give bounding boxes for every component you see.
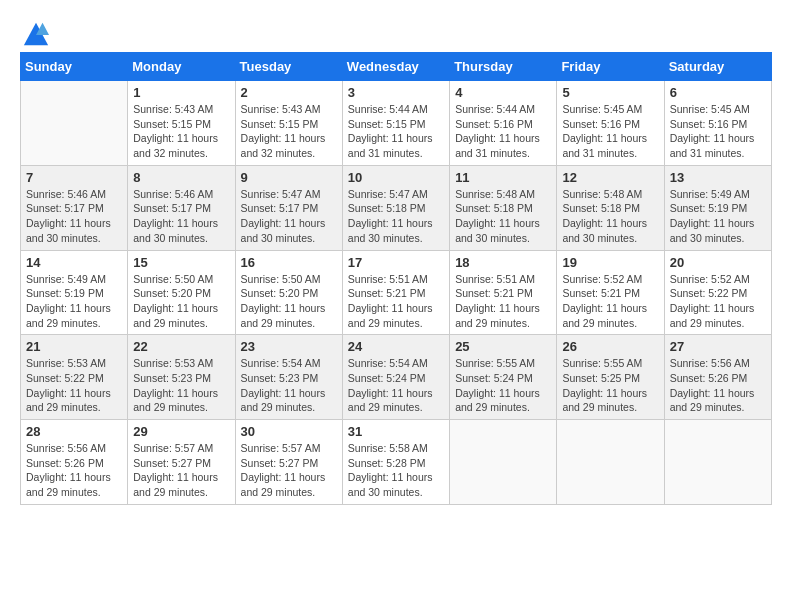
day-number: 25 [455, 339, 551, 354]
day-info: Sunrise: 5:57 AMSunset: 5:27 PMDaylight:… [241, 441, 337, 500]
calendar-cell [664, 420, 771, 505]
calendar-header-row: SundayMondayTuesdayWednesdayThursdayFrid… [21, 53, 772, 81]
day-info: Sunrise: 5:55 AMSunset: 5:24 PMDaylight:… [455, 356, 551, 415]
calendar-cell [557, 420, 664, 505]
day-info: Sunrise: 5:52 AMSunset: 5:21 PMDaylight:… [562, 272, 658, 331]
day-number: 21 [26, 339, 122, 354]
calendar-cell: 24Sunrise: 5:54 AMSunset: 5:24 PMDayligh… [342, 335, 449, 420]
day-info: Sunrise: 5:46 AMSunset: 5:17 PMDaylight:… [26, 187, 122, 246]
calendar-cell: 3Sunrise: 5:44 AMSunset: 5:15 PMDaylight… [342, 81, 449, 166]
day-info: Sunrise: 5:51 AMSunset: 5:21 PMDaylight:… [348, 272, 444, 331]
day-number: 22 [133, 339, 229, 354]
weekday-header: Thursday [450, 53, 557, 81]
calendar-week-row: 14Sunrise: 5:49 AMSunset: 5:19 PMDayligh… [21, 250, 772, 335]
day-number: 12 [562, 170, 658, 185]
calendar-cell: 6Sunrise: 5:45 AMSunset: 5:16 PMDaylight… [664, 81, 771, 166]
day-number: 27 [670, 339, 766, 354]
calendar-table: SundayMondayTuesdayWednesdayThursdayFrid… [20, 52, 772, 505]
calendar-cell: 28Sunrise: 5:56 AMSunset: 5:26 PMDayligh… [21, 420, 128, 505]
day-info: Sunrise: 5:45 AMSunset: 5:16 PMDaylight:… [562, 102, 658, 161]
calendar-cell: 8Sunrise: 5:46 AMSunset: 5:17 PMDaylight… [128, 165, 235, 250]
calendar-week-row: 28Sunrise: 5:56 AMSunset: 5:26 PMDayligh… [21, 420, 772, 505]
logo-icon [22, 20, 50, 48]
calendar-cell: 1Sunrise: 5:43 AMSunset: 5:15 PMDaylight… [128, 81, 235, 166]
day-info: Sunrise: 5:57 AMSunset: 5:27 PMDaylight:… [133, 441, 229, 500]
calendar-cell: 19Sunrise: 5:52 AMSunset: 5:21 PMDayligh… [557, 250, 664, 335]
day-info: Sunrise: 5:50 AMSunset: 5:20 PMDaylight:… [241, 272, 337, 331]
day-number: 1 [133, 85, 229, 100]
calendar-cell: 27Sunrise: 5:56 AMSunset: 5:26 PMDayligh… [664, 335, 771, 420]
day-number: 18 [455, 255, 551, 270]
calendar-cell: 30Sunrise: 5:57 AMSunset: 5:27 PMDayligh… [235, 420, 342, 505]
calendar-cell: 13Sunrise: 5:49 AMSunset: 5:19 PMDayligh… [664, 165, 771, 250]
weekday-header: Saturday [664, 53, 771, 81]
weekday-header: Tuesday [235, 53, 342, 81]
calendar-cell: 17Sunrise: 5:51 AMSunset: 5:21 PMDayligh… [342, 250, 449, 335]
calendar-cell: 29Sunrise: 5:57 AMSunset: 5:27 PMDayligh… [128, 420, 235, 505]
day-info: Sunrise: 5:44 AMSunset: 5:16 PMDaylight:… [455, 102, 551, 161]
calendar-cell: 18Sunrise: 5:51 AMSunset: 5:21 PMDayligh… [450, 250, 557, 335]
day-number: 5 [562, 85, 658, 100]
calendar-cell: 26Sunrise: 5:55 AMSunset: 5:25 PMDayligh… [557, 335, 664, 420]
day-number: 9 [241, 170, 337, 185]
calendar-cell: 9Sunrise: 5:47 AMSunset: 5:17 PMDaylight… [235, 165, 342, 250]
day-info: Sunrise: 5:56 AMSunset: 5:26 PMDaylight:… [670, 356, 766, 415]
day-info: Sunrise: 5:43 AMSunset: 5:15 PMDaylight:… [133, 102, 229, 161]
day-number: 14 [26, 255, 122, 270]
calendar-cell [21, 81, 128, 166]
weekday-header: Monday [128, 53, 235, 81]
day-info: Sunrise: 5:56 AMSunset: 5:26 PMDaylight:… [26, 441, 122, 500]
day-info: Sunrise: 5:52 AMSunset: 5:22 PMDaylight:… [670, 272, 766, 331]
day-number: 31 [348, 424, 444, 439]
calendar-cell: 25Sunrise: 5:55 AMSunset: 5:24 PMDayligh… [450, 335, 557, 420]
day-info: Sunrise: 5:45 AMSunset: 5:16 PMDaylight:… [670, 102, 766, 161]
day-number: 30 [241, 424, 337, 439]
day-number: 7 [26, 170, 122, 185]
day-info: Sunrise: 5:51 AMSunset: 5:21 PMDaylight:… [455, 272, 551, 331]
logo [20, 20, 50, 42]
day-number: 3 [348, 85, 444, 100]
day-info: Sunrise: 5:47 AMSunset: 5:17 PMDaylight:… [241, 187, 337, 246]
day-info: Sunrise: 5:49 AMSunset: 5:19 PMDaylight:… [670, 187, 766, 246]
day-number: 19 [562, 255, 658, 270]
day-number: 2 [241, 85, 337, 100]
calendar-cell: 31Sunrise: 5:58 AMSunset: 5:28 PMDayligh… [342, 420, 449, 505]
day-info: Sunrise: 5:58 AMSunset: 5:28 PMDaylight:… [348, 441, 444, 500]
day-number: 28 [26, 424, 122, 439]
day-info: Sunrise: 5:48 AMSunset: 5:18 PMDaylight:… [562, 187, 658, 246]
day-info: Sunrise: 5:55 AMSunset: 5:25 PMDaylight:… [562, 356, 658, 415]
calendar-cell: 20Sunrise: 5:52 AMSunset: 5:22 PMDayligh… [664, 250, 771, 335]
calendar-cell [450, 420, 557, 505]
calendar-week-row: 1Sunrise: 5:43 AMSunset: 5:15 PMDaylight… [21, 81, 772, 166]
day-info: Sunrise: 5:44 AMSunset: 5:15 PMDaylight:… [348, 102, 444, 161]
day-info: Sunrise: 5:48 AMSunset: 5:18 PMDaylight:… [455, 187, 551, 246]
day-number: 11 [455, 170, 551, 185]
day-info: Sunrise: 5:54 AMSunset: 5:23 PMDaylight:… [241, 356, 337, 415]
day-number: 6 [670, 85, 766, 100]
day-number: 29 [133, 424, 229, 439]
day-info: Sunrise: 5:46 AMSunset: 5:17 PMDaylight:… [133, 187, 229, 246]
day-number: 10 [348, 170, 444, 185]
calendar-cell: 4Sunrise: 5:44 AMSunset: 5:16 PMDaylight… [450, 81, 557, 166]
day-number: 16 [241, 255, 337, 270]
day-info: Sunrise: 5:50 AMSunset: 5:20 PMDaylight:… [133, 272, 229, 331]
day-info: Sunrise: 5:53 AMSunset: 5:22 PMDaylight:… [26, 356, 122, 415]
day-info: Sunrise: 5:54 AMSunset: 5:24 PMDaylight:… [348, 356, 444, 415]
day-info: Sunrise: 5:49 AMSunset: 5:19 PMDaylight:… [26, 272, 122, 331]
day-number: 24 [348, 339, 444, 354]
calendar-cell: 22Sunrise: 5:53 AMSunset: 5:23 PMDayligh… [128, 335, 235, 420]
day-number: 13 [670, 170, 766, 185]
weekday-header: Friday [557, 53, 664, 81]
day-number: 17 [348, 255, 444, 270]
calendar-cell: 2Sunrise: 5:43 AMSunset: 5:15 PMDaylight… [235, 81, 342, 166]
calendar-cell: 15Sunrise: 5:50 AMSunset: 5:20 PMDayligh… [128, 250, 235, 335]
day-number: 26 [562, 339, 658, 354]
day-number: 15 [133, 255, 229, 270]
calendar-cell: 16Sunrise: 5:50 AMSunset: 5:20 PMDayligh… [235, 250, 342, 335]
calendar-cell: 10Sunrise: 5:47 AMSunset: 5:18 PMDayligh… [342, 165, 449, 250]
day-info: Sunrise: 5:53 AMSunset: 5:23 PMDaylight:… [133, 356, 229, 415]
calendar-cell: 21Sunrise: 5:53 AMSunset: 5:22 PMDayligh… [21, 335, 128, 420]
weekday-header: Sunday [21, 53, 128, 81]
weekday-header: Wednesday [342, 53, 449, 81]
calendar-cell: 23Sunrise: 5:54 AMSunset: 5:23 PMDayligh… [235, 335, 342, 420]
